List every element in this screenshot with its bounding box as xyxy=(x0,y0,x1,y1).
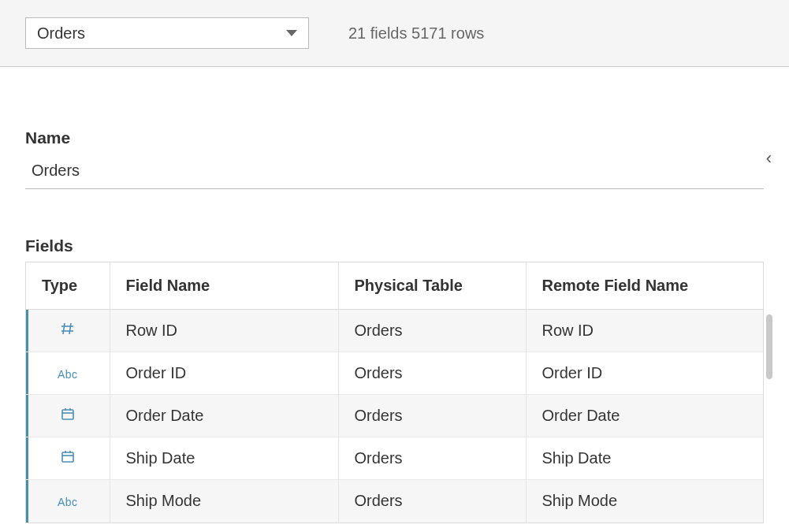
cell-physical-table[interactable]: Orders xyxy=(338,395,526,437)
table-header-row: Type Field Name Physical Table Remote Fi… xyxy=(26,262,763,310)
svg-line-1 xyxy=(69,323,71,334)
cell-remote-field-name[interactable]: Order Date xyxy=(526,395,763,437)
svg-rect-4 xyxy=(62,410,73,419)
collapse-panel-button[interactable]: ‹ xyxy=(766,148,772,169)
cell-physical-table[interactable]: Orders xyxy=(338,352,526,395)
cell-field-name[interactable]: Order ID xyxy=(110,352,338,395)
string-type-icon: Abc xyxy=(58,368,78,381)
cell-remote-field-name[interactable]: Ship Mode xyxy=(526,480,763,523)
scrollbar-thumb[interactable] xyxy=(766,314,772,379)
table-row[interactable]: Order DateOrdersOrder Date xyxy=(26,395,763,437)
cell-field-name[interactable]: Ship Mode xyxy=(110,480,338,523)
number-type-icon xyxy=(61,322,75,336)
cell-type[interactable] xyxy=(26,310,110,352)
cell-type[interactable] xyxy=(26,437,110,480)
name-label: Name xyxy=(25,128,764,147)
table-selector[interactable]: Orders xyxy=(25,17,309,49)
cell-physical-table[interactable]: Orders xyxy=(338,437,526,480)
svg-rect-8 xyxy=(62,452,73,462)
fields-label: Fields xyxy=(25,236,764,255)
cell-type[interactable] xyxy=(26,395,110,437)
cell-type[interactable]: Abc xyxy=(26,480,110,523)
col-header-physical-table[interactable]: Physical Table xyxy=(338,262,526,310)
table-row[interactable]: AbcShip ModeOrdersShip Mode xyxy=(26,480,763,523)
col-header-field-name[interactable]: Field Name xyxy=(110,262,338,310)
top-bar: Orders 21 fields 5171 rows xyxy=(0,0,789,67)
chevron-down-icon xyxy=(286,30,297,36)
table-name-input[interactable] xyxy=(25,154,764,189)
cell-physical-table[interactable]: Orders xyxy=(338,310,526,352)
col-header-type[interactable]: Type xyxy=(26,262,110,310)
cell-field-name[interactable]: Order Date xyxy=(110,395,338,437)
fields-table-wrap: Type Field Name Physical Table Remote Fi… xyxy=(25,262,764,523)
cell-physical-table[interactable]: Orders xyxy=(338,480,526,523)
fields-table: Type Field Name Physical Table Remote Fi… xyxy=(26,262,763,523)
table-selector-value: Orders xyxy=(37,24,85,43)
cell-field-name[interactable]: Row ID xyxy=(110,310,338,352)
col-header-remote-field-name[interactable]: Remote Field Name xyxy=(526,262,763,310)
date-type-icon xyxy=(61,407,75,421)
table-row[interactable]: Row IDOrdersRow ID xyxy=(26,310,763,352)
date-type-icon xyxy=(61,449,75,463)
cell-remote-field-name[interactable]: Order ID xyxy=(526,352,763,395)
svg-line-0 xyxy=(63,323,65,334)
table-summary: 21 fields 5171 rows xyxy=(348,24,484,43)
string-type-icon: Abc xyxy=(58,496,78,508)
cell-field-name[interactable]: Ship Date xyxy=(110,437,338,480)
cell-remote-field-name[interactable]: Ship Date xyxy=(526,437,763,480)
cell-type[interactable]: Abc xyxy=(26,352,110,395)
table-row[interactable]: AbcOrder IDOrdersOrder ID xyxy=(26,352,763,395)
cell-remote-field-name[interactable]: Row ID xyxy=(526,310,763,352)
details-panel: ‹ Name Fields Type Field Name Physical T… xyxy=(0,128,789,523)
table-row[interactable]: Ship DateOrdersShip Date xyxy=(26,437,763,480)
